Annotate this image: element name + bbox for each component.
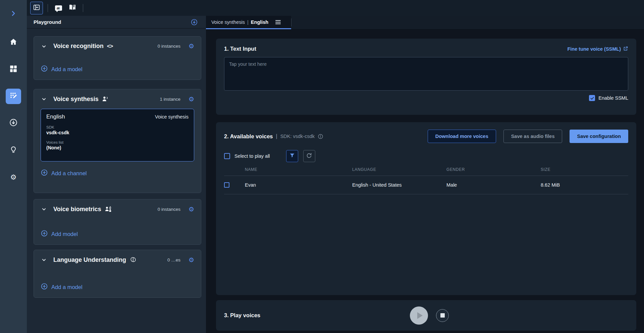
add-model-link[interactable]: Add model xyxy=(41,230,194,238)
plus-circle-icon xyxy=(41,169,48,178)
fine-tune-link-label: Fine tune voice (SSML) xyxy=(567,46,621,52)
chevron-down-icon[interactable] xyxy=(41,43,47,50)
add-model-link[interactable]: Add a model xyxy=(41,283,194,291)
playground-panel: Playground Voice recognition <> xyxy=(27,16,206,333)
row-checkbox[interactable] xyxy=(224,182,229,188)
stop-button[interactable] xyxy=(436,309,449,322)
section-title: Language Understanding xyxy=(53,256,126,264)
tab-instance: English xyxy=(251,19,268,25)
voices-table: NAME LANGUAGE GENDER SIZE Evan English -… xyxy=(224,167,628,194)
content-panels: 1. Text Input Fine tune voice (SSML) xyxy=(206,30,644,333)
docs-button[interactable] xyxy=(67,2,78,14)
instance-count: 0 instances xyxy=(158,207,180,212)
chevron-down-icon[interactable] xyxy=(41,96,47,102)
ae-glyph: æ xyxy=(57,6,60,10)
add-link-label: Add a channel xyxy=(51,170,87,177)
dashboard-icon xyxy=(9,64,18,75)
gear-icon[interactable]: ⚙ xyxy=(189,206,194,212)
voice-synthesis-icon xyxy=(102,95,109,103)
save-configuration-button[interactable]: Save configuration xyxy=(570,130,628,143)
refresh-icon xyxy=(306,152,312,160)
toolbar-divider xyxy=(48,4,48,12)
play-controls xyxy=(410,300,449,331)
left-rail: ⚙ xyxy=(0,0,27,333)
play-voices-panel: 3. Play voices xyxy=(216,300,636,331)
table-row-evan[interactable]: Evan English - United States Male 8.62 M… xyxy=(224,176,628,194)
section-title: Voice synthesis xyxy=(53,96,99,103)
play-voices-title: 3. Play voices xyxy=(224,312,260,319)
available-voices-panel: 2. Available voices | SDK: vsdk-csdk Dow… xyxy=(216,122,636,295)
hamburger-icon[interactable] xyxy=(275,20,281,24)
filter-icon xyxy=(289,152,295,160)
rail-item-playground[interactable] xyxy=(6,89,21,104)
rail-item-tips[interactable] xyxy=(6,142,21,158)
instance-count: 0 instances xyxy=(158,44,180,49)
text-input-field[interactable] xyxy=(224,57,628,91)
instance-type: Voice synthesis xyxy=(155,114,189,120)
enable-ssml-checkbox[interactable] xyxy=(589,95,595,101)
rail-item-settings[interactable]: ⚙ xyxy=(6,169,21,185)
gear-icon: ⚙ xyxy=(10,174,17,181)
play-button[interactable] xyxy=(410,306,428,325)
filter-button[interactable] xyxy=(286,150,298,162)
refresh-button[interactable] xyxy=(303,150,315,162)
plus-circle-icon xyxy=(41,65,48,74)
instance-count: 0 …es xyxy=(167,257,180,263)
toolbar-divider xyxy=(83,4,83,12)
rail-item-home[interactable] xyxy=(6,35,21,50)
open-book-icon xyxy=(68,3,76,12)
column-size: SIZE xyxy=(541,167,628,172)
collapse-panel-button[interactable] xyxy=(30,2,43,14)
play-icon xyxy=(417,312,423,319)
rail-nav: ⚙ xyxy=(6,35,21,196)
select-to-play-all-checkbox[interactable] xyxy=(224,153,230,159)
rail-item-downloads[interactable] xyxy=(6,115,21,131)
gear-icon[interactable]: ⚙ xyxy=(189,96,194,102)
collapse-panel-icon xyxy=(33,4,40,12)
pronunciation-button[interactable]: æ xyxy=(53,2,64,14)
add-channel-link[interactable]: Add a channel xyxy=(41,169,194,178)
add-link-label: Add a model xyxy=(51,284,83,290)
home-icon xyxy=(9,38,18,48)
download-circle-icon xyxy=(9,118,18,128)
tab-voice-synthesis-english[interactable]: Voice synthesis | English xyxy=(206,16,291,29)
chevron-right-icon xyxy=(9,13,17,18)
download-more-voices-button[interactable]: Download more voices xyxy=(428,130,496,143)
cell-name: Evan xyxy=(245,182,352,188)
add-link-label: Add a model xyxy=(51,66,83,73)
rail-item-dashboard[interactable] xyxy=(6,62,21,77)
title-separator: | xyxy=(276,133,277,139)
instance-count: 1 instance xyxy=(160,97,180,102)
fine-tune-voice-link[interactable]: Fine tune voice (SSML) xyxy=(567,46,628,52)
sdk-label: SDK xyxy=(46,125,189,129)
save-as-audio-files-button[interactable]: Save as audio files xyxy=(503,130,562,143)
column-language: LANGUAGE xyxy=(352,167,446,172)
main-content: Voice synthesis | English 1. Text Input … xyxy=(206,16,644,333)
plus-circle-icon xyxy=(41,230,48,238)
section-title: Voice biometrics xyxy=(53,206,101,213)
enable-ssml-label: Enable SSML xyxy=(598,95,628,101)
code-icon: <> xyxy=(107,43,113,50)
gear-icon[interactable]: ⚙ xyxy=(189,43,194,49)
info-icon[interactable] xyxy=(318,134,323,139)
instance-card-english[interactable]: English Voice synthesis SDK vsdk-csdk Vo… xyxy=(41,109,194,161)
select-to-play-all-label: Select to play all xyxy=(234,153,270,159)
add-model-link[interactable]: Add a model xyxy=(41,65,194,74)
available-voices-title: 2. Available voices xyxy=(224,133,273,140)
cell-size: 8.62 MiB xyxy=(541,182,628,188)
gear-icon[interactable]: ⚙ xyxy=(189,257,194,263)
cell-language: English - United States xyxy=(352,182,446,188)
expand-sidebar-button[interactable] xyxy=(9,9,17,17)
text-input-panel: 1. Text Input Fine tune voice (SSML) xyxy=(216,39,636,115)
sdk-info-text: SDK: vsdk-csdk xyxy=(280,134,315,139)
chevron-down-icon[interactable] xyxy=(41,206,47,212)
playground-sections: Voice recognition <> 0 instances ⚙ Add a… xyxy=(27,29,206,298)
column-name: NAME xyxy=(245,167,352,172)
playground-edit-icon xyxy=(9,91,18,101)
tab-name: Voice synthesis xyxy=(211,19,245,25)
playground-header: Playground xyxy=(27,16,206,29)
instance-name: English xyxy=(46,113,65,120)
chevron-down-icon[interactable] xyxy=(41,256,47,263)
download-circle-icon[interactable] xyxy=(191,18,198,26)
voices-list-value: (None) xyxy=(46,145,189,150)
